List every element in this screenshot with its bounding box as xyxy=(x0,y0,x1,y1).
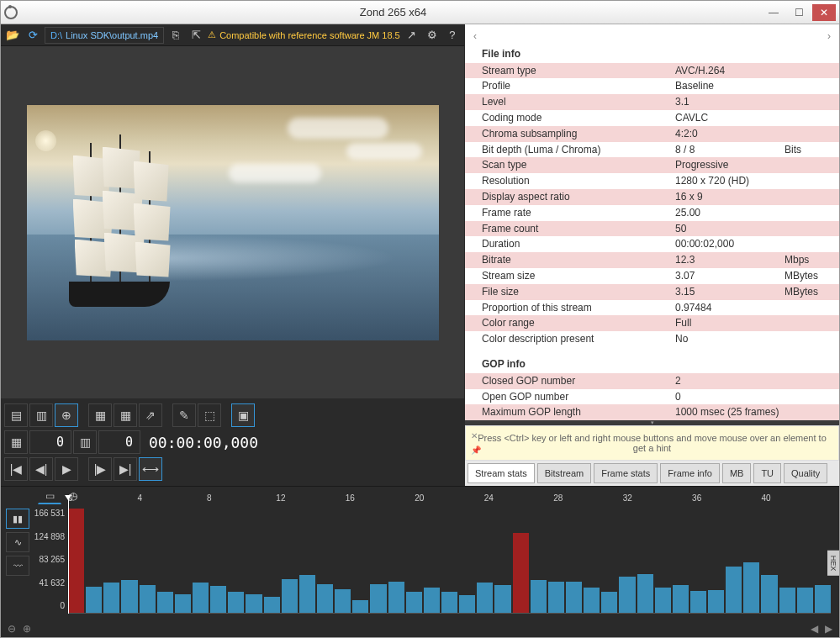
chart-bar[interactable] xyxy=(513,533,529,613)
chart-bar[interactable] xyxy=(566,582,582,613)
chart-bar[interactable] xyxy=(68,509,84,613)
tab-bitstream[interactable]: Bitstream xyxy=(537,463,591,483)
scroll-right-icon[interactable]: ▶ xyxy=(825,623,832,635)
chart-bar[interactable] xyxy=(708,590,724,613)
chart-bar[interactable] xyxy=(779,588,795,613)
overlay-tool-1[interactable]: ▤ xyxy=(4,403,28,427)
chart-bar[interactable] xyxy=(531,580,547,613)
chart-bar[interactable] xyxy=(193,583,209,613)
goto-end-button[interactable]: ▶| xyxy=(114,457,137,481)
tab-quality[interactable]: Quality xyxy=(784,463,827,483)
scroll-left-icon[interactable]: ◀ xyxy=(811,623,818,635)
chart-bar[interactable] xyxy=(761,575,777,613)
chart-bar[interactable] xyxy=(388,582,404,613)
chart-bar[interactable] xyxy=(317,584,333,613)
chart-bar[interactable] xyxy=(103,583,119,613)
goto-start-button[interactable]: |◀ xyxy=(4,457,28,481)
chart-bar[interactable] xyxy=(157,592,173,613)
hint-close-icon[interactable]: ✕ xyxy=(471,431,478,440)
tab-frame-info[interactable]: Frame info xyxy=(660,463,720,483)
close-button[interactable]: ✕ xyxy=(812,4,836,21)
chart-bar[interactable] xyxy=(175,594,191,613)
chart-bar[interactable] xyxy=(335,589,351,613)
tab-mb[interactable]: MB xyxy=(722,463,752,483)
chart-bar[interactable] xyxy=(601,592,617,613)
picker-tool[interactable]: ✎ xyxy=(172,403,196,427)
hex-tab[interactable]: HEX xyxy=(827,550,839,576)
play-button[interactable]: ▶ xyxy=(55,457,78,481)
step-fwd-button[interactable]: |▶ xyxy=(88,457,112,481)
chart-bar[interactable] xyxy=(743,562,759,613)
chart-bar[interactable] xyxy=(673,585,689,613)
timecode: 00:00:00,000 xyxy=(142,430,265,454)
grid-tool-2[interactable]: ▦ xyxy=(114,403,137,427)
chart-bar[interactable] xyxy=(494,585,510,613)
chart-bar[interactable] xyxy=(726,567,742,613)
chart-bar[interactable] xyxy=(548,582,564,613)
info-panel[interactable]: ‹› File info Stream typeAVC/H.264Profile… xyxy=(465,24,839,420)
tab-frame-stats[interactable]: Frame stats xyxy=(594,463,658,483)
copy-icon[interactable]: ⎘ xyxy=(167,27,184,44)
info-row: Proportion of this stream0.97484 xyxy=(465,300,839,316)
chart-bar[interactable] xyxy=(584,588,600,613)
export-icon[interactable]: ⇱ xyxy=(188,27,204,44)
open-folder-icon[interactable]: 📂 xyxy=(4,27,21,44)
chart-wave-button[interactable]: 〰 xyxy=(6,556,29,576)
timeline-mode-frames[interactable]: ▭ xyxy=(38,488,61,504)
prev-page-icon[interactable]: ‹ xyxy=(473,29,477,44)
chart-bar[interactable] xyxy=(477,583,493,613)
external-link-icon[interactable]: ↗ xyxy=(404,27,420,44)
file-path[interactable]: D:\ Linux SDK\output.mp4 xyxy=(45,27,164,44)
chart-bar[interactable] xyxy=(619,577,635,613)
loop-button[interactable]: ⟷ xyxy=(139,457,162,481)
grid-tool-1[interactable]: ▦ xyxy=(88,403,112,427)
chart-bar[interactable] xyxy=(424,588,440,613)
playhead[interactable] xyxy=(68,498,69,614)
chart-bars-button[interactable]: ▮▮ xyxy=(6,509,29,529)
tab-stream-stats[interactable]: Stream stats xyxy=(468,463,535,483)
zoom-in-icon[interactable]: ⊕ xyxy=(23,623,31,635)
color-tool[interactable]: ⊕ xyxy=(55,403,78,427)
zoom-out-icon[interactable]: ⊖ xyxy=(8,623,16,635)
chart-bar[interactable] xyxy=(264,597,280,613)
chart-bar[interactable] xyxy=(637,574,653,613)
chart-bar[interactable] xyxy=(370,584,386,613)
chart-bar[interactable] xyxy=(86,587,102,613)
gear-icon[interactable]: ⚙ xyxy=(424,27,441,44)
chart-bar[interactable] xyxy=(228,592,244,613)
help-icon[interactable]: ? xyxy=(444,27,461,44)
chart-bar[interactable] xyxy=(815,585,831,613)
chart-bar[interactable] xyxy=(352,600,368,613)
minimize-button[interactable]: — xyxy=(762,4,785,21)
chart-bar[interactable] xyxy=(459,595,475,613)
frame-index-icon[interactable]: ▦ xyxy=(4,430,28,454)
chart-bar[interactable] xyxy=(797,588,813,613)
hint-pin-icon[interactable]: 📌 xyxy=(471,446,481,455)
chart-bar[interactable] xyxy=(441,592,457,613)
frame-pos-icon[interactable]: ▥ xyxy=(73,430,97,454)
chart-bar[interactable] xyxy=(121,580,137,613)
chart-bar[interactable] xyxy=(246,594,262,613)
vectors-tool[interactable]: ⇗ xyxy=(139,403,162,427)
overlay-tool-2[interactable]: ▥ xyxy=(29,403,53,427)
chart-bar[interactable] xyxy=(140,585,156,613)
chart-bar[interactable] xyxy=(210,586,226,613)
step-back-button[interactable]: ◀| xyxy=(29,457,53,481)
hint-text: Press <Ctrl> key or left and right mouse… xyxy=(478,433,827,453)
chart-bar[interactable] xyxy=(655,588,671,613)
chart-bar[interactable] xyxy=(282,579,298,613)
region-tool[interactable]: ⬚ xyxy=(198,403,221,427)
video-viewport[interactable] xyxy=(1,46,464,398)
maximize-button[interactable]: ☐ xyxy=(787,4,811,21)
info-row: Bitrate12.3Mbps xyxy=(465,252,839,268)
next-page-icon[interactable]: › xyxy=(827,29,831,44)
fullscreen-tool[interactable]: ▣ xyxy=(231,403,255,427)
info-row: Stream typeAVC/H.264 xyxy=(465,63,839,79)
tab-tu[interactable]: TU xyxy=(753,463,781,483)
bitrate-chart[interactable]: 166 531124 89883 26541 6320 048121620242… xyxy=(68,505,831,614)
refresh-icon[interactable]: ⟳ xyxy=(24,27,41,44)
chart-bar[interactable] xyxy=(406,592,422,613)
chart-line-button[interactable]: ∿ xyxy=(6,532,29,552)
chart-bar[interactable] xyxy=(299,575,315,613)
chart-bar[interactable] xyxy=(690,591,706,613)
